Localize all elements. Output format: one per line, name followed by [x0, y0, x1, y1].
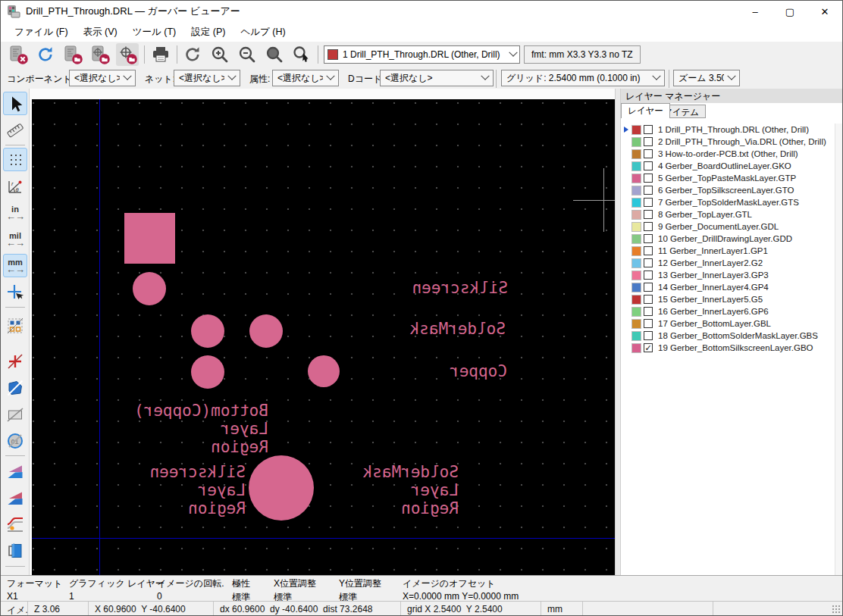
layer-color-swatch[interactable] [631, 295, 641, 305]
layer-visibility-checkbox[interactable] [644, 234, 653, 243]
layer-row[interactable]: 14 Gerber_InnerLayer4.GP4 [621, 281, 835, 293]
layer-color-swatch[interactable] [631, 125, 641, 135]
grid-toggle-button[interactable] [3, 148, 27, 171]
layer-color-swatch[interactable] [631, 246, 641, 256]
layer-visibility-checkbox[interactable] [644, 149, 653, 158]
layer-visibility-checkbox[interactable] [644, 295, 653, 304]
pads-sketch-button[interactable] [3, 314, 27, 337]
layer-row[interactable]: 9 Gerber_DocumentLayer.GDL [621, 220, 835, 233]
layer-visibility-checkbox[interactable] [644, 198, 653, 207]
polygons-sketch-button[interactable] [3, 376, 27, 399]
layer-visibility-checkbox[interactable] [644, 125, 653, 134]
layer-visibility-checkbox[interactable] [644, 307, 653, 316]
layer-visibility-checkbox[interactable] [644, 137, 653, 146]
layer-row[interactable]: 4 Gerber_BoardOutlineLayer.GKO [621, 160, 835, 172]
layer-color-swatch[interactable] [631, 198, 641, 208]
layer-color-swatch[interactable] [631, 307, 641, 317]
layer-row[interactable]: 8 Gerber_TopLayer.GTL [621, 208, 835, 220]
resize-grip-icon[interactable] [832, 605, 841, 614]
minimize-button[interactable]: – [738, 1, 772, 22]
layer-color-swatch[interactable] [631, 234, 641, 244]
units-inches-button[interactable]: in←→ [3, 201, 27, 224]
units-mm-button[interactable]: mm←→ [3, 254, 27, 277]
layer-row[interactable]: 3 How-to-order-PCB.txt (Other, Drill) [621, 148, 835, 160]
layer-color-swatch[interactable] [631, 331, 641, 341]
zoom-out-button[interactable] [236, 43, 259, 66]
layer-visibility-checkbox[interactable] [644, 222, 653, 231]
menu-help[interactable]: ヘルプ (H) [233, 23, 293, 42]
reload-all-layers-button[interactable] [34, 43, 57, 66]
layer-row[interactable]: ✓19 Gerber_BottomSilkscreenLayer.GBO [621, 342, 835, 354]
units-mils-button[interactable]: mil←→ [3, 227, 27, 251]
layer-visibility-checkbox[interactable]: ✓ [644, 343, 653, 352]
layer-row[interactable]: 10 Gerber_DrillDrawingLayer.GDD [621, 233, 835, 245]
layer-visibility-checkbox[interactable] [644, 246, 653, 255]
layer-row[interactable]: 5 Gerber_TopPasteMaskLayer.GTP [621, 172, 835, 184]
layer-color-swatch[interactable] [631, 343, 641, 353]
layer-color-swatch[interactable] [631, 222, 641, 232]
redraw-button[interactable] [181, 43, 204, 66]
panel-scrollbar[interactable] [835, 124, 843, 575]
maximize-button[interactable]: ▢ [772, 1, 807, 22]
measure-tool-button[interactable] [3, 118, 27, 142]
layer-color-swatch[interactable] [631, 186, 641, 195]
layer-color-swatch[interactable] [631, 174, 641, 183]
net-select[interactable]: <選択なし> [174, 70, 240, 86]
dcode-select[interactable]: <選択なし> [380, 70, 494, 86]
layer-visibility-checkbox[interactable] [644, 283, 653, 292]
layer-manager-toggle-button[interactable] [3, 539, 27, 562]
close-button[interactable]: ✕ [807, 1, 842, 22]
menu-view[interactable]: 表示 (V) [76, 23, 125, 42]
layer-color-swatch[interactable] [631, 319, 641, 329]
layer-visibility-checkbox[interactable] [644, 186, 653, 195]
select-tool-button[interactable] [3, 92, 27, 115]
layer-color-swatch[interactable] [631, 161, 641, 171]
layer-visibility-checkbox[interactable] [644, 270, 653, 280]
zoom-in-button[interactable] [208, 43, 231, 66]
print-button[interactable] [149, 43, 172, 66]
layer-color-swatch[interactable] [631, 149, 641, 159]
layer-row[interactable]: 11 Gerber_InnerLayer1.GP1 [621, 245, 835, 257]
component-select[interactable]: <選択なし> [69, 70, 136, 86]
polar-coords-button[interactable]: r θ [3, 174, 27, 198]
layer-row[interactable]: 2 Drill_PTH_Through_Via.DRL (Other, Dril… [621, 136, 835, 148]
active-layer-select[interactable]: 1 Drill_PTH_Through.DRL (Other, Drill) [324, 45, 520, 64]
cursor-shape-button[interactable] [3, 280, 27, 304]
layer-row[interactable]: 13 Gerber_InnerLayer3.GP3 [621, 269, 835, 281]
layer-row[interactable]: 17 Gerber_BottomLayer.GBL [621, 317, 835, 330]
layer-row[interactable]: 6 Gerber_TopSilkscreenLayer.GTO [621, 184, 835, 196]
menu-file[interactable]: ファイル (F) [7, 23, 76, 42]
layer-color-swatch[interactable] [631, 283, 641, 292]
layer-row[interactable]: 18 Gerber_BottomSolderMaskLayer.GBS [621, 330, 835, 342]
layer-visibility-checkbox[interactable] [644, 210, 653, 219]
gerber-canvas[interactable]: SilkscreenSolderMaskCopperBottom(Copper)… [32, 99, 615, 575]
layer-color-swatch[interactable] [631, 137, 641, 147]
menu-preferences[interactable]: 設定 (P) [183, 23, 233, 42]
layer-row[interactable]: 1 Drill_PTH_Through.DRL (Other, Drill) [621, 124, 835, 136]
show-negative-objects-button[interactable] [3, 512, 27, 536]
diff-mode-button[interactable] [3, 459, 27, 483]
clear-all-layers-button[interactable] [7, 43, 30, 66]
open-drill-file-button[interactable] [89, 43, 111, 66]
layer-visibility-checkbox[interactable] [644, 174, 653, 183]
panel-splitter[interactable] [615, 89, 621, 575]
open-job-file-button[interactable] [116, 43, 139, 66]
layer-visibility-checkbox[interactable] [644, 161, 653, 170]
xor-mode-button[interactable] [3, 486, 27, 509]
lines-sketch-button[interactable] [3, 349, 27, 373]
rect-sketch-button[interactable] [3, 402, 27, 426]
tab-layers[interactable]: レイヤー [621, 103, 670, 118]
layer-row[interactable]: 16 Gerber_InnerLayer6.GP6 [621, 305, 835, 317]
layer-visibility-checkbox[interactable] [644, 258, 653, 267]
layer-visibility-checkbox[interactable] [644, 319, 653, 328]
zoom-fit-button[interactable] [263, 43, 286, 66]
open-gerber-file-button[interactable] [61, 43, 84, 66]
layer-color-swatch[interactable] [631, 210, 641, 220]
dcode-display-button[interactable]: 01 [3, 429, 27, 452]
attribute-select[interactable]: <選択なし> [272, 70, 339, 86]
layer-visibility-checkbox[interactable] [644, 331, 653, 340]
menu-tools[interactable]: ツール (T) [125, 23, 184, 42]
layer-row[interactable]: 15 Gerber_InnerLayer5.G5 [621, 293, 835, 305]
layer-row[interactable]: 7 Gerber_TopSolderMaskLayer.GTS [621, 196, 835, 208]
layer-color-swatch[interactable] [631, 258, 641, 268]
